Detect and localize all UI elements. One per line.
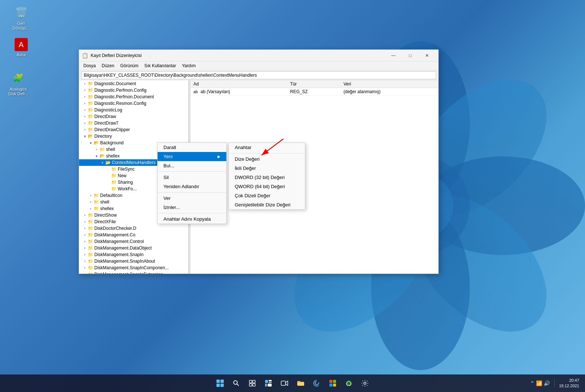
close-button[interactable]: ✕: [419, 50, 435, 61]
tree-item[interactable]: › 📁 DiskManagement.SnapInComponen...: [79, 264, 188, 271]
widgets-button[interactable]: [261, 376, 276, 391]
sub-ikili[interactable]: İkili Değer: [229, 164, 305, 173]
sub-cok-dize[interactable]: Çok Dizeli Değer: [229, 191, 305, 200]
ctx-anahtar-kopyala[interactable]: Anahtar Adını Kopyala: [158, 214, 226, 224]
svg-rect-7: [253, 384, 255, 386]
store-icon: [329, 380, 336, 387]
clock-time: 20:47: [559, 378, 579, 383]
auslogics-label: AuslogicsDisk Defr...: [8, 87, 28, 96]
ctx-izinler[interactable]: İzinler...: [158, 203, 226, 212]
ctx-yeniden[interactable]: Yeniden Adlandır: [158, 182, 226, 191]
taskbar-center: [213, 376, 372, 391]
tree-item[interactable]: › 📁 Diagnostic.Perfmon.Document: [79, 94, 188, 100]
address-input[interactable]: [81, 71, 436, 79]
taskbar-clock[interactable]: 20:47 19.12.2021: [559, 378, 579, 389]
sub-qword[interactable]: QWORD (64 bit) Değeri: [229, 182, 305, 191]
ctx-separator-3: [158, 213, 226, 213]
volume-icon[interactable]: 🔊: [544, 380, 550, 386]
svg-rect-17: [329, 384, 332, 387]
edge-button[interactable]: [309, 376, 324, 391]
tree-item[interactable]: › 📁 Diagnostic.Resmon.Config: [79, 100, 188, 107]
xbox-button[interactable]: [341, 376, 356, 391]
svg-rect-11: [265, 384, 267, 387]
menu-dosya[interactable]: Dosya: [80, 62, 99, 70]
tree-item[interactable]: › 📁 DiskManagement.SnapIn: [79, 251, 188, 258]
settings-taskbar-button[interactable]: [358, 376, 372, 391]
values-panel: Ad Tür Veri ab ab (Varsayılan) REG_SZ: [190, 80, 438, 274]
sub-dword[interactable]: DWORD (32 bit) Değeri: [229, 173, 305, 182]
minimize-button[interactable]: —: [385, 50, 402, 61]
col-ad: Ad: [190, 80, 287, 88]
menu-sik[interactable]: Sık Kullanılanlar: [141, 62, 179, 70]
store-button[interactable]: [325, 376, 340, 391]
app-icon: 📋: [82, 53, 88, 58]
col-veri: Veri: [340, 80, 438, 88]
red-arrow-annotation: [256, 137, 285, 160]
desktop-icon-auslogics[interactable]: 🧩 AuslogicsDisk Defr...: [4, 69, 33, 98]
context-menu: Daralt Yeni ▶ Bul... Sil Yeniden Adlandı…: [157, 142, 227, 224]
tree-item[interactable]: › 📁 DirectDraw: [79, 113, 188, 120]
task-view-icon: [249, 380, 256, 387]
tree-item[interactable]: › 📁 DiskDoctorChecker.D: [79, 225, 188, 232]
taskbar: ⌃ 📶 🔊 20:47 19.12.2021: [0, 374, 585, 392]
ctx-separator-2: [158, 192, 226, 193]
menu-bar: Dosya Düzen Görünüm Sık Kullanılanlar Ya…: [79, 61, 438, 70]
tree-item-directory[interactable]: ∨ 📂 Directory: [79, 133, 188, 140]
svg-rect-4: [249, 380, 252, 383]
cell-name: ab ab (Varsayılan): [190, 88, 287, 96]
ctx-sil[interactable]: Sil: [158, 173, 226, 182]
desktop-icon-avira[interactable]: A Avira: [7, 37, 36, 59]
menu-gorunum[interactable]: Görünüm: [117, 62, 141, 70]
window-title: Kayıt Defteri Düzenleyicisi: [91, 53, 385, 58]
values-table: Ad Tür Veri ab ab (Varsayılan) REG_SZ: [190, 80, 438, 96]
tree-item[interactable]: › 📁 DiskManagement.SnapInExtension: [79, 271, 188, 274]
cell-data: (değer atanmamış): [340, 88, 438, 96]
tree-item[interactable]: › 📁 DiskManagement.Control: [79, 238, 188, 245]
desktop: 🗑️ GeriDönüşü... A Avira 🧩 AuslogicsDisk…: [0, 0, 585, 392]
desktop-icon-recycle[interactable]: 🗑️ GeriDönüşü...: [7, 4, 36, 32]
window-controls: — □ ✕: [385, 50, 435, 61]
recycle-label: GeriDönüşü...: [12, 21, 30, 31]
start-button[interactable]: [213, 376, 227, 391]
title-bar: 📋 Kayıt Defteri Düzenleyicisi — □ ✕: [79, 50, 438, 61]
ctx-separator-1: [158, 171, 226, 172]
recycle-icon: 🗑️: [14, 5, 29, 20]
svg-rect-5: [253, 380, 255, 383]
svg-rect-12: [268, 384, 272, 387]
xbox-icon: [345, 380, 352, 387]
taskbar-tray: ⌃ 📶 🔊: [530, 380, 550, 386]
menu-yardim[interactable]: Yardım: [179, 62, 199, 70]
ctx-yeni[interactable]: Yeni ▶: [158, 152, 226, 161]
edge-icon: [313, 380, 320, 387]
ctx-ver[interactable]: Ver: [158, 194, 226, 203]
tree-item[interactable]: › 📁 DiskManagement.SnapInAbout: [79, 258, 188, 264]
network-icon[interactable]: 📶: [536, 380, 542, 386]
sub-genislet[interactable]: Genişletilebilir Dize Değeri: [229, 200, 305, 209]
meet-button[interactable]: [277, 376, 292, 391]
tray-arrow-icon[interactable]: ⌃: [530, 380, 535, 386]
tree-item[interactable]: › 📁 DirectDrawClipper: [79, 126, 188, 133]
settings-icon: [361, 380, 369, 387]
tree-item[interactable]: › 📁 Diagnostic.Document: [79, 80, 188, 87]
video-icon: [281, 380, 288, 386]
tree-item[interactable]: › 📁 DiskManagement.DataObject: [79, 245, 188, 251]
table-row[interactable]: ab ab (Varsayılan) REG_SZ (değer atanmam…: [190, 88, 438, 96]
taskbar-right: ⌃ 📶 🔊 20:47 19.12.2021: [530, 378, 579, 389]
tree-item[interactable]: › 📁 DiskManagement.Co: [79, 232, 188, 238]
clock-date: 19.12.2021: [559, 383, 579, 389]
task-view-button[interactable]: [245, 376, 260, 391]
ctx-bul[interactable]: Bul...: [158, 161, 226, 170]
explorer-button[interactable]: [293, 376, 308, 391]
menu-duzen[interactable]: Düzen: [99, 62, 117, 70]
tree-item[interactable]: › 📁 DiagnosticLog: [79, 107, 188, 113]
tree-item[interactable]: › 📁 DirectDraw7: [79, 120, 188, 126]
search-taskbar-button[interactable]: [229, 376, 244, 391]
avira-label: Avira: [17, 53, 26, 57]
ctx-daralt[interactable]: Daralt: [158, 143, 226, 152]
maximize-button[interactable]: □: [402, 50, 419, 61]
tree-item[interactable]: › 📁 Diagnostic.Perfmon.Config: [79, 87, 188, 94]
col-tur: Tür: [287, 80, 341, 88]
svg-point-20: [364, 382, 366, 384]
svg-line-1: [261, 139, 283, 155]
search-icon: [233, 380, 239, 387]
